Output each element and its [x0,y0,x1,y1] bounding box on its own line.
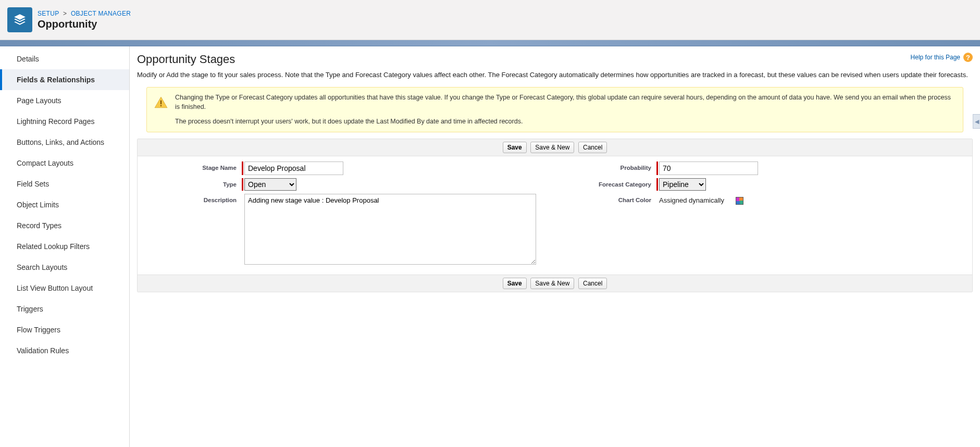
header-text: SETUP > OBJECT MANAGER Opportunity [38,10,131,30]
probability-input[interactable] [659,162,758,175]
sidebar-item-flow-triggers[interactable]: Flow Triggers [0,319,129,340]
sidebar-item-list-view-button-layout[interactable]: List View Button Layout [0,278,129,299]
sidebar-item-compact-layouts[interactable]: Compact Layouts [0,153,129,173]
form-wrap: Save Save & New Cancel Stage Name [137,139,973,292]
breadcrumb-object-manager[interactable]: OBJECT MANAGER [71,10,131,17]
layers-icon [13,13,27,27]
sidebar-item-page-layouts[interactable]: Page Layouts [0,90,129,111]
row-chart-color: Chart Color Assigned dynamically [563,194,962,205]
required-indicator [242,162,243,175]
stage-name-input[interactable] [244,162,343,175]
page-object-title: Opportunity [38,18,131,30]
sidebar-item-validation-rules[interactable]: Validation Rules [0,340,129,361]
chart-color-value: Assigned dynamically [659,194,724,204]
label-type: Type [148,178,242,188]
button-bar-top: Save Save & New Cancel [138,139,972,156]
warning-body: Changing the Type or Forecast Category u… [175,93,956,126]
required-indicator [656,178,658,191]
row-description: Description [148,194,547,266]
row-forecast-category: Forecast Category Pipeline [563,178,962,191]
svg-rect-0 [160,101,162,105]
required-indicator [242,178,243,191]
header-bar: SETUP > OBJECT MANAGER Opportunity [0,0,980,40]
breadcrumb: SETUP > OBJECT MANAGER [38,10,131,17]
help-icon[interactable]: ? [963,53,973,62]
page-title: Opportunity Stages [137,53,235,66]
warning-icon [154,96,168,109]
row-stage-name: Stage Name [148,162,547,175]
help-link[interactable]: Help for this Page [911,54,960,61]
description-textarea[interactable] [244,194,536,265]
forecast-category-select[interactable]: Pipeline [659,178,706,191]
collapse-tab[interactable]: ◀ [973,114,980,129]
object-icon [7,7,32,32]
decorative-strip [0,40,980,46]
form-body: Stage Name Type Open [138,156,972,275]
warning-box: Changing the Type or Forecast Category u… [146,87,963,132]
row-type: Type Open [148,178,547,191]
sidebar-item-lightning-record-pages[interactable]: Lightning Record Pages [0,111,129,132]
sidebar-item-fields-relationships[interactable]: Fields & Relationships [0,69,129,90]
required-indicator [656,162,658,175]
sidebar-item-search-layouts[interactable]: Search Layouts [0,257,129,278]
save-button-bottom[interactable]: Save [503,278,527,289]
warning-text-2: The process doesn't interrupt your users… [175,117,956,126]
help-link-wrap: Help for this Page ? [911,53,973,62]
label-forecast-category: Forecast Category [563,178,656,188]
sidebar: DetailsFields & RelationshipsPage Layout… [0,46,130,447]
label-description: Description [148,194,242,203]
row-probability: Probability [563,162,962,175]
button-bar-bottom: Save Save & New Cancel [138,275,972,292]
sidebar-item-triggers[interactable]: Triggers [0,299,129,319]
sidebar-item-field-sets[interactable]: Field Sets [0,173,129,194]
color-picker-icon[interactable] [736,197,743,205]
save-new-button[interactable]: Save & New [530,142,574,153]
type-select[interactable]: Open [244,178,296,191]
warning-text-1: Changing the Type or Forecast Category u… [175,93,956,111]
label-stage-name: Stage Name [148,162,242,171]
sidebar-item-buttons-links-and-actions[interactable]: Buttons, Links, and Actions [0,132,129,153]
breadcrumb-separator: > [63,10,67,17]
breadcrumb-setup[interactable]: SETUP [38,10,59,17]
intro-text: Modify or Add the stage to fit your sale… [137,70,973,80]
label-probability: Probability [563,162,656,171]
sidebar-item-details[interactable]: Details [0,48,129,69]
svg-rect-1 [160,105,162,106]
save-new-button-bottom[interactable]: Save & New [530,278,574,289]
spacer [242,194,243,266]
content-area: Opportunity Stages Help for this Page ? … [130,46,980,447]
label-chart-color: Chart Color [563,194,656,203]
cancel-button[interactable]: Cancel [578,142,607,153]
sidebar-item-related-lookup-filters[interactable]: Related Lookup Filters [0,236,129,257]
sidebar-item-record-types[interactable]: Record Types [0,215,129,236]
cancel-button-bottom[interactable]: Cancel [578,278,607,289]
spacer [656,194,658,205]
save-button[interactable]: Save [503,142,527,153]
sidebar-item-object-limits[interactable]: Object Limits [0,194,129,215]
